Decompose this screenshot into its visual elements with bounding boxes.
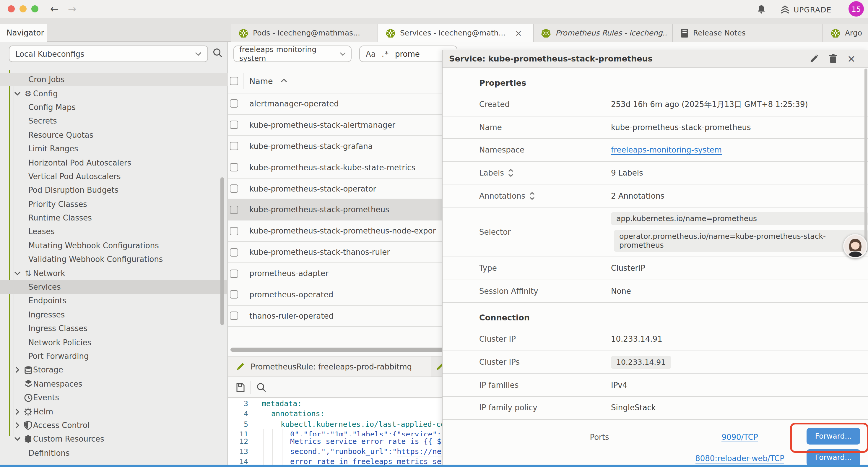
sidebar-item-label: Resource Quotas (28, 130, 93, 140)
user-avatar[interactable] (843, 234, 867, 258)
sidebar-item-namespaces[interactable]: Namespaces (0, 377, 228, 391)
port-link[interactable]: 9090/TCP (721, 432, 758, 442)
sidebar-item-endpoints[interactable]: Endpoints (0, 294, 228, 308)
sidebar-item-network[interactable]: ⇅Network (0, 266, 228, 280)
sidebar-item-definitions[interactable]: Definitions (0, 446, 228, 460)
close-icon[interactable]: × (515, 28, 522, 37)
tab-4[interactable]: Release Notes (673, 24, 823, 42)
row-label: Namespace (479, 146, 611, 154)
row-value: ClusterIP (611, 264, 645, 273)
row-checkbox[interactable] (230, 163, 238, 171)
sidebar-item-cron-jobs[interactable]: Cron Jobs (0, 73, 228, 87)
name-column-header[interactable]: Name (249, 76, 273, 85)
row-checkbox[interactable] (230, 206, 238, 214)
chevron-right-icon[interactable] (13, 367, 21, 373)
case-sensitive-toggle[interactable]: Aa (366, 49, 376, 58)
expand-sorter-icon[interactable] (529, 192, 535, 200)
row-session-affinity: Session AffinityNone (442, 280, 868, 303)
sidebar-item-label: Port Forwarding (28, 352, 89, 360)
tab-3[interactable]: Prometheus Rules - icecheng... (533, 24, 673, 42)
tab-2[interactable]: Services - icecheng@math...× (378, 24, 533, 42)
panel-scrollbar[interactable] (864, 68, 867, 252)
back-arrow-icon[interactable]: ← (47, 2, 61, 16)
chevron-down-icon[interactable] (13, 91, 21, 95)
select-all-checkbox[interactable] (230, 77, 238, 85)
tab-5[interactable]: Argo Se (823, 24, 868, 42)
sidebar-item-resource-quotas[interactable]: Resource Quotas (0, 128, 228, 142)
sidebar-item-priority-classes[interactable]: Priority Classes (0, 197, 228, 211)
sidebar-item-horizontal-pod-autoscalers[interactable]: Horizontal Pod Autoscalers (0, 156, 228, 170)
sidebar-item-pod-disruption-budgets[interactable]: Pod Disruption Budgets (0, 183, 228, 197)
row-checkbox[interactable] (230, 312, 238, 320)
sidebar-search-icon[interactable] (213, 48, 223, 58)
sidebar-item-storage[interactable]: Storage (0, 363, 228, 377)
kubernetes-icon (386, 28, 395, 37)
sidebar-scrollbar[interactable] (220, 177, 224, 325)
sidebar-item-port-forwarding[interactable]: Port Forwarding (0, 349, 228, 363)
row-label: Ports (590, 433, 721, 442)
row-checkbox[interactable] (230, 142, 238, 150)
expand-sorter-icon[interactable] (508, 169, 514, 177)
traffic-light-close-icon[interactable] (8, 5, 15, 12)
sidebar-item-runtime-classes[interactable]: Runtime Classes (0, 211, 228, 225)
row-checkbox[interactable] (230, 248, 238, 256)
sidebar-item-services[interactable]: Services (0, 280, 228, 294)
row-checkbox[interactable] (230, 121, 238, 129)
row-checkbox[interactable] (230, 227, 238, 235)
sidebar-item-config-maps[interactable]: Config Maps (0, 100, 228, 114)
sidebar-item-label: Config (33, 89, 58, 98)
forward-arrow-icon[interactable]: → (65, 2, 79, 16)
top-tabs: Pods - icecheng@mathmas...Services - ice… (231, 24, 868, 42)
sidebar-item-leases[interactable]: Leases (0, 225, 228, 239)
close-icon[interactable]: × (847, 54, 856, 63)
line-number: 5 (228, 419, 248, 429)
chevron-right-icon[interactable] (13, 408, 21, 415)
chevron-down-icon[interactable] (13, 437, 21, 441)
sidebar-item-limit-ranges[interactable]: Limit Ranges (0, 142, 228, 156)
namespace-selector[interactable]: freeleaps-monitoring-system (234, 46, 351, 62)
editor-search-icon[interactable] (256, 382, 267, 392)
delete-trash-icon[interactable] (829, 54, 837, 63)
upgrade-button[interactable]: UPGRADE (780, 5, 831, 14)
row-checkbox[interactable] (230, 184, 238, 193)
editor-tab-label: PrometheusRule: freeleaps-prod-rabbitmq (251, 362, 412, 371)
traffic-light-minimize-icon[interactable] (20, 5, 27, 12)
sidebar-item-ingresses[interactable]: Ingresses (0, 308, 228, 322)
sidebar-item-validating-webhook-configurations[interactable]: Validating Webhook Configurations (0, 253, 228, 266)
sidebar-item-secrets[interactable]: Secrets (0, 114, 228, 128)
sidebar-item-access-control[interactable]: Access Control (0, 418, 228, 432)
row-checkbox[interactable] (230, 269, 238, 278)
sidebar-item-helm[interactable]: Helm (0, 405, 228, 418)
editor-tab[interactable]: PrometheusRule: freeleaps-prod-rabbitmq (228, 356, 431, 377)
row-label-text: Annotations (479, 191, 525, 200)
sidebar-item-network-policies[interactable]: Network Policies (0, 335, 228, 349)
sidebar-item-events[interactable]: Events (0, 391, 228, 405)
sidebar-item-config[interactable]: ⚙Config (0, 87, 228, 100)
chevron-right-icon[interactable] (13, 422, 21, 429)
row-value: 253d 16h 6m ago (2025年1月13日 GMT+8 1:25:3… (611, 99, 808, 110)
service-name: prometheus-adapter (249, 269, 329, 278)
traffic-light-zoom-icon[interactable] (31, 5, 38, 12)
row-value-link[interactable]: freeleaps-monitoring-system (611, 145, 722, 155)
sidebar-item-vertical-pod-autoscalers[interactable]: Vertical Pod Autoscalers (0, 169, 228, 183)
regex-toggle[interactable]: .* (382, 49, 389, 58)
save-icon[interactable] (236, 383, 245, 391)
navigator-panel-tab[interactable]: Navigator (0, 24, 47, 42)
indent-guide (263, 429, 264, 467)
port-link[interactable]: 8080:reloader-web/TCP (695, 454, 784, 463)
kubeconfig-selector[interactable]: Local Kubeconfigs (9, 46, 208, 62)
chevron-down-icon[interactable] (13, 271, 21, 275)
sidebar-item-mutating-webhook-configurations[interactable]: Mutating Webhook Configurations (0, 238, 228, 253)
row-checkbox[interactable] (230, 99, 238, 108)
tab-label: Pods - icecheng@mathmas... (253, 28, 360, 37)
sidebar-item-label: Definitions (28, 448, 69, 457)
tab-1[interactable]: Pods - icecheng@mathmas... (231, 24, 378, 42)
sidebar-item-custom-resources[interactable]: Custom Resources (0, 432, 228, 446)
row-created: Created253d 16h 6m ago (2025年1月13日 GMT+8… (442, 93, 868, 116)
sidebar-item-ingress-classes[interactable]: Ingress Classes (0, 322, 228, 335)
row-checkbox[interactable] (230, 291, 238, 299)
notification-badge[interactable]: 15 (848, 1, 864, 17)
edit-pencil-icon[interactable] (809, 54, 819, 63)
line-number: 3 (228, 399, 248, 409)
bell-icon[interactable] (757, 5, 766, 14)
